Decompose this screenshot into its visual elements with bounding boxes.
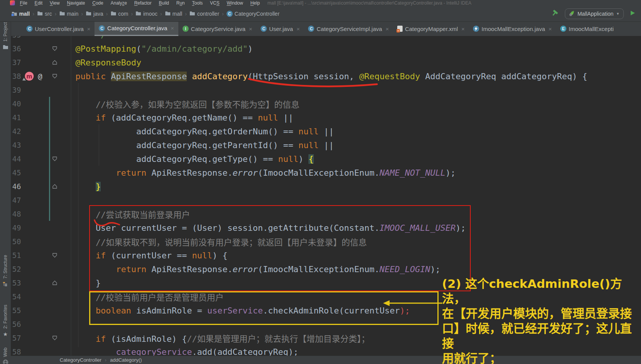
- line-number: 36: [11, 44, 21, 53]
- menu-item-analyze[interactable]: Analyze: [111, 0, 127, 6]
- code-line[interactable]: 51 if (currentUser == null) {: [11, 248, 641, 262]
- tool-button-web[interactable]: Web: [0, 348, 11, 364]
- menu-item-code[interactable]: Code: [92, 0, 103, 6]
- code-line[interactable]: 41 if (addCategoryReq.getName() == null …: [11, 111, 641, 124]
- run-configuration-select[interactable]: MallApplication ▼: [565, 8, 624, 19]
- build-hammer-icon[interactable]: [551, 9, 559, 19]
- code-line[interactable]: 58 categoryService.add(addCategoryReq);: [11, 345, 641, 356]
- code-line[interactable]: 37@ResponseBody: [11, 55, 641, 69]
- menu-item-build[interactable]: Build: [159, 0, 169, 6]
- breadcrumb-item-imooc[interactable]: imooc: [135, 11, 157, 17]
- breadcrumb-method[interactable]: addCategory(): [110, 357, 142, 363]
- code-line[interactable]: 49 User currentUser = (User) session.get…: [11, 221, 641, 235]
- menu-item-help[interactable]: Help: [250, 0, 260, 6]
- tool-button-structure[interactable]: 7: Structure: [0, 255, 11, 288]
- breadcrumb-item-mall[interactable]: mall: [11, 11, 30, 17]
- code-line[interactable]: 36@PostMapping("/admin/category/add"): [11, 42, 641, 55]
- breadcrumb-item-controller[interactable]: controller: [189, 11, 219, 17]
- tab-close-icon[interactable]: ×: [249, 26, 252, 32]
- fold-end-icon[interactable]: [52, 280, 58, 286]
- code-line[interactable]: 47: [11, 193, 641, 207]
- code-line[interactable]: 45 return ApiRestResponse.error(ImoocMal…: [11, 166, 641, 180]
- menu-item-run[interactable]: Run: [176, 0, 185, 6]
- tab-close-icon[interactable]: ×: [87, 26, 91, 32]
- breadcrumb-item-main[interactable]: main: [59, 11, 78, 17]
- line-number: 39: [11, 86, 21, 94]
- tab-close-icon[interactable]: ×: [297, 26, 300, 32]
- menu-item-view[interactable]: View: [50, 0, 60, 6]
- run-button[interactable]: [630, 10, 636, 18]
- fold-end-icon[interactable]: [52, 59, 58, 65]
- code-line[interactable]: 39: [11, 83, 641, 97]
- code-line[interactable]: 44 addCategoryReq.getType() == null) {: [11, 152, 641, 166]
- breadcrumb-class[interactable]: CategoryController: [60, 357, 101, 363]
- editor-tab-imoocmallexception-java[interactable]: ImoocMallException.java×: [469, 21, 556, 36]
- code-line[interactable]: 35 */: [11, 36, 641, 42]
- tab-close-icon[interactable]: ×: [385, 26, 389, 32]
- menu-item-file[interactable]: File: [20, 0, 27, 6]
- tool-button-project[interactable]: 1: Project: [0, 22, 11, 51]
- editor-tab-categoryservice-java[interactable]: ICategoryService.java×: [178, 21, 256, 36]
- menu-item-navigate[interactable]: Navigate: [67, 0, 85, 6]
- fold-start-icon[interactable]: [52, 156, 58, 162]
- editor-tab-categorymapper-xml[interactable]: CategoryMapper.xml×: [393, 21, 469, 36]
- code-text: return ApiRestResponse.error(ImoocMallEx…: [71, 264, 440, 274]
- fold-start-icon[interactable]: [52, 46, 58, 52]
- xml-file-icon: [397, 26, 403, 32]
- code-line[interactable]: 50 //如果获取不到，说明当前没有用户登录；就返回【用户未登录】的信息: [11, 235, 641, 248]
- tool-button-favorites[interactable]: 2: Favorites★: [0, 305, 11, 337]
- code-line[interactable]: 40 //校验入参，如果为空就返回【参数不能为空】的信息: [11, 97, 641, 111]
- fold-start-icon[interactable]: [52, 335, 58, 341]
- code-text: //校验当前用户是否是管理员用户: [71, 291, 223, 303]
- tool-button-label: Web: [3, 348, 8, 357]
- code-line[interactable]: 42 addCategoryReq.getOrderNum() == null …: [11, 124, 641, 138]
- fold-end-icon[interactable]: [52, 183, 58, 189]
- menu-item-window[interactable]: Window: [227, 0, 243, 6]
- gutter: [21, 124, 71, 138]
- menu-item-tools[interactable]: Tools: [192, 0, 203, 6]
- interface-icon: I: [183, 26, 189, 32]
- code-line[interactable]: 55 boolean isAdminRole = userService.che…: [11, 304, 641, 317]
- gutter: [21, 138, 71, 152]
- editor-tab-user-java[interactable]: CUser.java×: [256, 21, 304, 36]
- change-marker: [49, 97, 50, 111]
- tab-close-icon[interactable]: ×: [462, 26, 465, 32]
- class-icon: C: [99, 25, 105, 31]
- gutter: [21, 317, 71, 331]
- code-line[interactable]: 43 addCategoryReq.getParentId() == null …: [11, 138, 641, 152]
- breadcrumb-item-java[interactable]: java: [86, 11, 103, 17]
- breadcrumb-item-categorycontroller[interactable]: CCategoryController: [227, 11, 280, 17]
- code-line[interactable]: 57 if (isAdminRole) {//如果是管理用户；就去执行【增加目录…: [11, 331, 641, 345]
- tab-close-icon[interactable]: ×: [171, 25, 174, 31]
- breadcrumb-item-mall[interactable]: mall: [165, 11, 183, 17]
- status-breadcrumb-bar: CategoryController › addCategory(): [11, 356, 641, 364]
- app-logo-icon[interactable]: [10, 0, 15, 5]
- breadcrumb-item-com[interactable]: com: [111, 11, 128, 17]
- editor-tab-categorycontroller-java[interactable]: CCategoryController.java×: [95, 21, 178, 36]
- tool-button-label: 1: Project: [3, 22, 8, 42]
- code-line[interactable]: 38m@public ApiRestResponse addCategory(H…: [11, 69, 641, 83]
- editor-tab-usercontroller-java[interactable]: CUserController.java×: [22, 21, 95, 36]
- editor-tab-imoocmallexcepti[interactable]: EImoocMallExcepti: [556, 21, 618, 36]
- code-editor[interactable]: 35 */36@PostMapping("/admin/category/add…: [11, 36, 641, 356]
- code-line[interactable]: 48 //尝试获取当前登录用户: [11, 207, 641, 221]
- folder-icon: [3, 44, 8, 51]
- gutter: [21, 180, 71, 193]
- menu-item-edit[interactable]: Edit: [34, 0, 42, 6]
- menu-item-refactor[interactable]: Refactor: [134, 0, 152, 6]
- menu-item-vcs[interactable]: VCS: [210, 0, 220, 6]
- code-line[interactable]: 53 }: [11, 276, 641, 290]
- request-mapping-icon[interactable]: m: [25, 72, 34, 81]
- code-line[interactable]: 56: [11, 317, 641, 331]
- folder-icon: [111, 11, 116, 17]
- fold-start-icon[interactable]: [52, 252, 58, 258]
- fold-start-icon[interactable]: [52, 73, 58, 79]
- tab-close-icon[interactable]: ×: [548, 26, 552, 32]
- editor-tab-categoryserviceimpl-java[interactable]: CCategoryServiceImpl.java×: [304, 21, 393, 36]
- code-line[interactable]: 52 return ApiRestResponse.error(ImoocMal…: [11, 262, 641, 276]
- breadcrumb-item-src[interactable]: src: [37, 11, 52, 17]
- code-text: categoryService.add(addCategoryReq);: [71, 347, 298, 356]
- code-line[interactable]: 46 }: [11, 180, 641, 193]
- line-number: 49: [11, 224, 21, 232]
- code-line[interactable]: 54 //校验当前用户是否是管理员用户: [11, 290, 641, 304]
